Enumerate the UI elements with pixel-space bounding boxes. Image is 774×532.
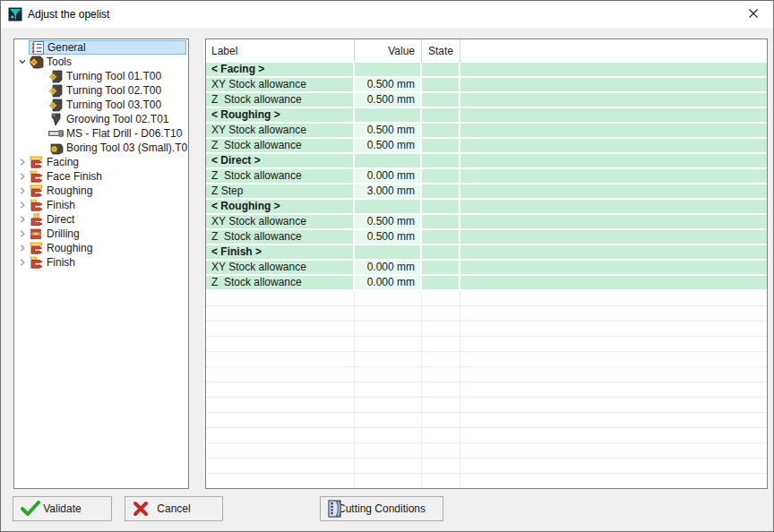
tree-item-roughing[interactable]: Roughing	[14, 241, 188, 255]
cell-label	[206, 337, 355, 352]
cancel-button[interactable]: Cancel	[125, 496, 223, 521]
tree-item-label: Finish	[44, 199, 79, 212]
cell-value[interactable]: 0.500 mm	[355, 230, 422, 245]
cell-filler	[460, 63, 767, 78]
cell-label	[206, 474, 355, 489]
cell-value	[355, 306, 422, 322]
chevron-collapsed-icon[interactable]	[16, 227, 29, 241]
tools-icon	[29, 55, 44, 69]
cell-value	[355, 459, 422, 474]
cell-label: Z Stock allowance	[206, 139, 355, 154]
window-title: Adjust the opelist	[28, 8, 109, 21]
op-direct-icon	[29, 212, 44, 227]
tree-item-turning-tool-03-t00[interactable]: Turning Tool 03.T00	[14, 98, 188, 112]
cell-label	[206, 459, 355, 474]
chevron-placeholder	[36, 141, 48, 155]
tree-item-label: Turning Tool 02.T00	[64, 84, 165, 98]
table-row-empty	[206, 306, 767, 322]
table-row-empty	[206, 428, 767, 443]
tree-item-content: Turning Tool 02.T00	[48, 83, 188, 98]
table-row: < Roughing >	[206, 108, 767, 124]
table-row-empty	[206, 382, 767, 398]
cell-state	[422, 169, 460, 184]
close-button[interactable]	[733, 1, 773, 28]
cell-value[interactable]: 0.000 mm	[355, 276, 422, 291]
column-header-value[interactable]: Value	[355, 39, 422, 63]
chevron-collapsed-icon[interactable]	[16, 198, 29, 212]
cell-label	[206, 398, 355, 413]
cell-label: < Direct >	[206, 154, 355, 169]
tree-item-content: MS - Flat Drill - D06.T10	[48, 126, 188, 141]
table-row: < Roughing >	[206, 200, 767, 215]
cell-value	[355, 337, 422, 352]
chevron-collapsed-icon[interactable]	[16, 169, 29, 184]
cell-state	[422, 124, 460, 139]
column-header-filler	[460, 39, 767, 63]
column-header-state[interactable]: State	[422, 39, 460, 63]
cell-filler	[460, 276, 767, 291]
cell-filler	[460, 230, 767, 245]
green-check-icon	[21, 501, 40, 517]
cell-filler	[460, 459, 767, 474]
cell-label: XY Stock allowance	[206, 261, 355, 276]
cell-label: XY Stock allowance	[206, 78, 355, 93]
tree-item-boring-tool-03-small-t02[interactable]: Boring Tool 03 (Small).T02	[14, 141, 188, 155]
validate-button[interactable]: Validate	[13, 496, 112, 521]
app-icon	[8, 7, 22, 21]
cell-filler	[460, 382, 767, 398]
cell-value[interactable]: 0.000 mm	[355, 169, 422, 184]
table-row: Z Stock allowance0.500 mm	[206, 139, 767, 154]
tree-item-content: Roughing	[29, 184, 188, 198]
column-header-label[interactable]: Label	[206, 39, 355, 63]
tree-item-tools[interactable]: Tools	[14, 55, 188, 69]
tree-item-roughing[interactable]: Roughing	[14, 184, 188, 198]
tree-item-facing[interactable]: Facing	[14, 155, 188, 169]
chevron-collapsed-icon[interactable]	[16, 212, 29, 227]
cell-value	[355, 154, 422, 169]
tree-item-drilling[interactable]: Drilling	[14, 227, 188, 241]
tree-item-turning-tool-01-t00[interactable]: Turning Tool 01.T00	[14, 69, 188, 83]
cell-filler	[460, 93, 767, 108]
tree-item-turning-tool-02-t00[interactable]: Turning Tool 02.T00	[14, 83, 188, 98]
tree-item-label: Grooving Tool 02.T01	[64, 113, 173, 126]
cell-value[interactable]: 0.500 mm	[355, 124, 422, 139]
chevron-collapsed-icon[interactable]	[16, 255, 29, 270]
chevron-expanded-icon[interactable]	[16, 55, 29, 69]
table-body: < Facing >XY Stock allowance0.500 mmZ St…	[206, 63, 767, 489]
table-row-empty	[206, 413, 767, 428]
cutting-conditions-button[interactable]: Cutting Conditions	[320, 496, 443, 521]
table-row: < Direct >	[206, 154, 767, 169]
cell-value	[355, 108, 422, 124]
cell-filler	[460, 154, 767, 169]
cell-value	[355, 398, 422, 413]
cell-state	[422, 352, 460, 367]
tree-item-direct[interactable]: Direct	[14, 212, 188, 227]
cell-value[interactable]: 0.500 mm	[355, 78, 422, 93]
tree-item-finish[interactable]: Finish	[14, 198, 188, 212]
cell-filler	[460, 352, 767, 367]
tree-item-ms-flat-drill-d06-t10[interactable]: MS - Flat Drill - D06.T10	[14, 126, 188, 141]
chevron-placeholder	[36, 112, 48, 126]
cell-value[interactable]: 0.500 mm	[355, 93, 422, 108]
tree-item-content: Turning Tool 01.T00	[48, 69, 188, 83]
cell-value[interactable]: 3.000 mm	[355, 184, 422, 200]
cell-value	[355, 382, 422, 398]
chevron-collapsed-icon[interactable]	[16, 241, 29, 255]
cell-value[interactable]: 0.000 mm	[355, 261, 422, 276]
tree-item-general[interactable]: General	[14, 40, 188, 55]
chevron-collapsed-icon[interactable]	[16, 155, 29, 169]
cell-value[interactable]: 0.500 mm	[355, 139, 422, 154]
tree-item-finish[interactable]: Finish	[14, 255, 188, 270]
cell-value	[355, 291, 422, 306]
table-row: XY Stock allowance0.500 mm	[206, 215, 767, 230]
cell-state	[422, 322, 460, 337]
chevron-collapsed-icon[interactable]	[16, 184, 29, 198]
table-row-empty	[206, 367, 767, 382]
cell-value[interactable]: 0.500 mm	[355, 215, 422, 230]
tree-item-label: Face Finish	[44, 170, 106, 184]
cell-filler	[460, 200, 767, 215]
tree-item-grooving-tool-02-t01[interactable]: Grooving Tool 02.T01	[14, 112, 188, 126]
tree-item-face-finish[interactable]: Face Finish	[14, 169, 188, 184]
cell-state	[422, 200, 460, 215]
table-row-empty	[206, 398, 767, 413]
